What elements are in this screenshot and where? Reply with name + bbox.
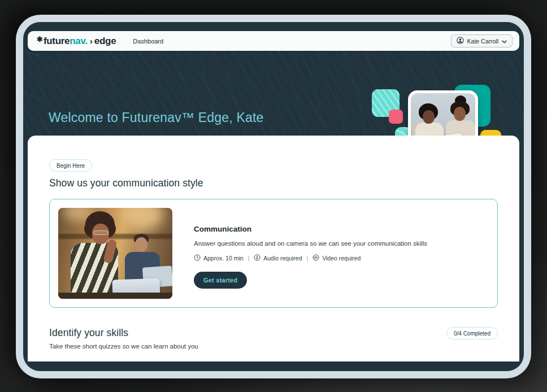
- main-content-panel: Begin Here Show us your communication st…: [28, 136, 519, 361]
- skills-section-header: Identify your skills Take these short qu…: [49, 327, 498, 350]
- clock-icon: [194, 254, 201, 262]
- audio-icon: [254, 254, 261, 262]
- pink-square-decoration: [389, 110, 403, 124]
- meta-video-label: Video required: [322, 255, 361, 262]
- meta-duration: Approx. 10 min: [194, 254, 244, 262]
- photo-woman-glasses: [93, 230, 108, 235]
- hero-decoration-cluster: [23, 51, 524, 136]
- photo-light-glow: [124, 208, 163, 229]
- card-description: Answer questions aloud and on camera so …: [194, 240, 427, 247]
- photo-background-man-face: [135, 237, 147, 252]
- desktop-background: ✱ future nav. › edge Dashboard: [0, 0, 547, 392]
- user-avatar-icon: [457, 37, 464, 46]
- meta-divider: |: [307, 255, 309, 262]
- logo-text-edge: edge: [94, 36, 116, 47]
- user-name: Kate Carroll: [467, 38, 498, 45]
- nav-link-dashboard[interactable]: Dashboard: [133, 38, 163, 45]
- section-title-identify-skills: Identify your skills: [49, 327, 198, 339]
- card-meta-row: Approx. 10 min |: [194, 254, 361, 262]
- skills-heading-group: Identify your skills Take these short qu…: [49, 327, 198, 350]
- top-navbar: ✱ future nav. › edge Dashboard: [28, 31, 519, 51]
- card-title: Communication: [194, 225, 251, 233]
- section-title-communication-style: Show us your communication style: [49, 177, 498, 189]
- meta-video: Video required: [312, 254, 361, 262]
- meta-divider: |: [248, 255, 250, 262]
- hero-banner: Welcome to Futurenav™ Edge, Kate: [23, 51, 524, 136]
- photo-desk: [58, 293, 172, 299]
- asterisk-logo-icon: ✱: [37, 35, 43, 43]
- photo-person-left-face: [423, 110, 435, 124]
- communication-card: Communication Answer questions aloud and…: [49, 199, 498, 308]
- photo-person-right-face: [454, 107, 466, 121]
- logo-text-nav: nav.: [70, 36, 88, 47]
- get-started-button[interactable]: Get started: [194, 272, 247, 289]
- chevron-down-icon: [502, 37, 507, 45]
- browser-window-frame: ✱ future nav. › edge Dashboard: [16, 15, 531, 378]
- futurenav-edge-logo[interactable]: ✱ future nav. › edge: [37, 36, 116, 47]
- skills-section-subtitle: Take these short quizzes so we can learn…: [49, 343, 198, 350]
- progress-badge: 0/4 Completed: [446, 327, 498, 339]
- communication-card-photo: [58, 208, 172, 299]
- logo-text-future: future: [44, 36, 70, 47]
- meta-audio: Audio required: [254, 254, 302, 262]
- app-canvas: ✱ future nav. › edge Dashboard: [23, 22, 524, 371]
- meta-audio-label: Audio required: [263, 255, 302, 262]
- begin-here-badge: Begin Here: [49, 159, 92, 172]
- meta-duration-label: Approx. 10 min: [203, 255, 244, 262]
- user-menu-button[interactable]: Kate Carroll: [451, 34, 513, 47]
- video-icon: [312, 254, 319, 262]
- photo-background-shelf: [58, 234, 172, 239]
- logo-chevron-separator: ›: [90, 36, 93, 46]
- communication-card-body: Communication Answer questions aloud and…: [172, 208, 427, 299]
